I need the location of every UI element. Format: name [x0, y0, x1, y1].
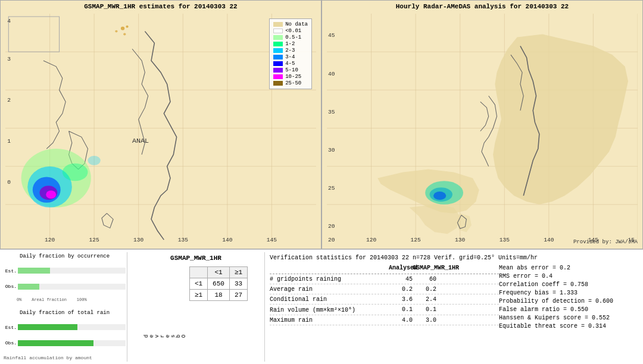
contingency-cell-ge1-ge1: 27 — [229, 290, 247, 301]
legend-color-lt001 — [273, 29, 283, 33]
legend-label-lt001: <0.01 — [285, 28, 301, 34]
contingency-table: <1 ≥1 <1 650 33 ≥1 — [189, 266, 248, 301]
chart-row-obs1: Obs. — [4, 282, 126, 291]
stats-metric-2: Conditional rain — [270, 296, 389, 303]
svg-point-23 — [123, 33, 126, 36]
chart-obs-label-2: Obs. — [4, 340, 17, 346]
stats-header-analysed: Analysed — [389, 265, 413, 271]
verification-title: Verification statistics for 20140303 22 … — [270, 255, 636, 261]
contingency-row-label-ge1: ≥1 — [189, 290, 207, 301]
svg-text:20: 20 — [328, 237, 335, 243]
chart-title-1: Daily fraction by occurrence — [4, 253, 126, 259]
stats-header-blank — [270, 265, 389, 271]
legend-color-10-25 — [273, 74, 283, 79]
stats-metric-3: Rain volume (mm×km²×10⁶) — [270, 306, 389, 313]
svg-text:1: 1 — [7, 138, 11, 145]
chart-bar-obs-2 — [18, 340, 126, 346]
right-stat-5: False alarm ratio = 0.550 — [499, 306, 636, 313]
contingency-title: GSMAP_MWR_1HR — [170, 255, 221, 262]
svg-text:40: 40 — [328, 71, 335, 77]
stats-row-2: Conditional rain 3.6 2.4 — [270, 296, 499, 305]
contingency-empty-header — [189, 267, 207, 278]
svg-text:135: 135 — [500, 237, 510, 243]
right-map-title: Hourly Radar-AMeDAS analysis for 2014030… — [322, 3, 642, 10]
legend-color-5-10 — [273, 68, 283, 73]
chart-bar-est-1 — [18, 268, 126, 274]
legend-label-1-2: 1-2 — [285, 41, 295, 47]
svg-text:125: 125 — [89, 237, 99, 243]
stats-val1-2: 3.6 — [389, 296, 413, 303]
legend-item-1-2: 1-2 — [273, 41, 308, 47]
svg-text:4: 4 — [7, 18, 11, 24]
legend-item-4-5: 4-5 — [273, 61, 308, 67]
stats-val2-3: 0.1 — [413, 306, 436, 313]
legend-color-1-2 — [273, 42, 283, 46]
chart-obs-label-1: Obs. — [4, 284, 17, 289]
observed-side: Observed — [144, 266, 187, 338]
legend-item-5-10: 5-10 — [273, 67, 308, 73]
svg-point-20 — [121, 27, 124, 30]
contingency-panel: GSMAP_MWR_1HR Observed <1 ≥1 — [127, 252, 264, 362]
legend-item-10-25: 10-25 — [273, 74, 308, 80]
stats-val2-2: 2.4 — [413, 296, 436, 303]
svg-point-22 — [115, 30, 117, 33]
stats-columns: Analysed GSMAP_MWR_1HR # gridpoints rain… — [270, 265, 636, 331]
legend: No data <0.01 0.5-1 1-2 2-3 — [269, 18, 312, 89]
right-stat-2: Correlation coeff = 0.758 — [499, 281, 636, 288]
stats-row-3: Rain volume (mm×km²×10⁶) 0.1 0.1 — [270, 306, 499, 315]
legend-label-05-1: 0.5-1 — [285, 34, 301, 40]
legend-label-4-5: 4-5 — [285, 61, 295, 67]
svg-text:30: 30 — [328, 147, 335, 153]
contingency-col-lt1: <1 — [208, 267, 230, 278]
stats-divider — [270, 274, 499, 274]
svg-text:140: 140 — [544, 237, 554, 243]
svg-text:145: 145 — [267, 237, 277, 243]
rainfall-label: Rainfall accumulation by amount — [4, 355, 126, 360]
svg-point-17 — [46, 190, 56, 199]
legend-item-2-3: 2-3 — [273, 48, 308, 54]
svg-text:25: 25 — [328, 185, 335, 192]
stats-val2-0: 60 — [413, 276, 436, 283]
svg-text:135: 135 — [178, 237, 188, 243]
svg-text:0: 0 — [7, 180, 11, 186]
contingency-table-wrapper: Observed <1 ≥1 <1 — [144, 266, 248, 338]
observed-label: Observed — [144, 278, 187, 338]
legend-label-10-25: 10-25 — [285, 74, 301, 80]
legend-label-2-3: 2-3 — [285, 48, 295, 54]
legend-item-lt001: <0.01 — [273, 28, 308, 34]
right-stat-3: Frequency bias = 1.333 — [499, 290, 636, 296]
right-stat-1: RMS error = 0.4 — [499, 273, 636, 280]
chart-bar-fill-obs-2 — [18, 340, 93, 346]
table-container: <1 ≥1 <1 650 33 ≥1 — [189, 266, 248, 301]
legend-color-05-1 — [273, 35, 283, 40]
chart-row-est2: Est. — [4, 322, 126, 332]
stats-row-1: Average rain 0.2 0.2 — [270, 286, 499, 294]
chart-title-2: Daily fraction of total rain — [4, 310, 126, 316]
stats-header-gsmap: GSMAP_MWR_1HR — [413, 265, 436, 271]
right-map-svg: 45 40 35 30 25 20 120 125 130 135 140 14… — [327, 14, 638, 243]
stats-metric-4: Maximum rain — [270, 317, 389, 324]
legend-color-2-3 — [273, 48, 283, 53]
chart-est-label-1: Est. — [4, 268, 17, 274]
left-map-panel: GSMAP_MWR_1HR estimates for 20140303 22 — [0, 0, 322, 249]
right-stat-6: Hanssen & Kuipers score = 0.552 — [499, 315, 636, 321]
chart-est-label-2: Est. — [4, 325, 17, 330]
stats-val1-4: 4.0 — [389, 317, 413, 324]
left-map-title: GSMAP_MWR_1HR estimates for 20140303 22 — [1, 3, 321, 10]
stats-val1-1: 0.2 — [389, 286, 413, 293]
legend-color-25-50 — [273, 81, 283, 86]
contingency-row-lt1: <1 650 33 — [189, 278, 247, 290]
provided-by-label: Provided by: JWA/JMA — [573, 239, 638, 245]
legend-label-3-4: 3-4 — [285, 54, 295, 60]
legend-label-25-50: 25-50 — [285, 80, 301, 86]
legend-label-5-10: 5-10 — [285, 67, 298, 73]
stats-row-0: # gridpoints raining 45 60 — [270, 276, 499, 284]
charts-panel: Daily fraction by occurrence Est. Obs. 0… — [2, 252, 127, 362]
chart-bar-obs-1 — [18, 284, 126, 290]
svg-text:130: 130 — [133, 237, 143, 243]
chart-bar-fill-est-2 — [18, 324, 77, 330]
svg-text:3: 3 — [7, 56, 11, 62]
stats-metric-1: Average rain — [270, 286, 389, 293]
contingency-cell-lt1-ge1: 33 — [229, 278, 247, 290]
chart-row-est1: Est. — [4, 266, 126, 275]
